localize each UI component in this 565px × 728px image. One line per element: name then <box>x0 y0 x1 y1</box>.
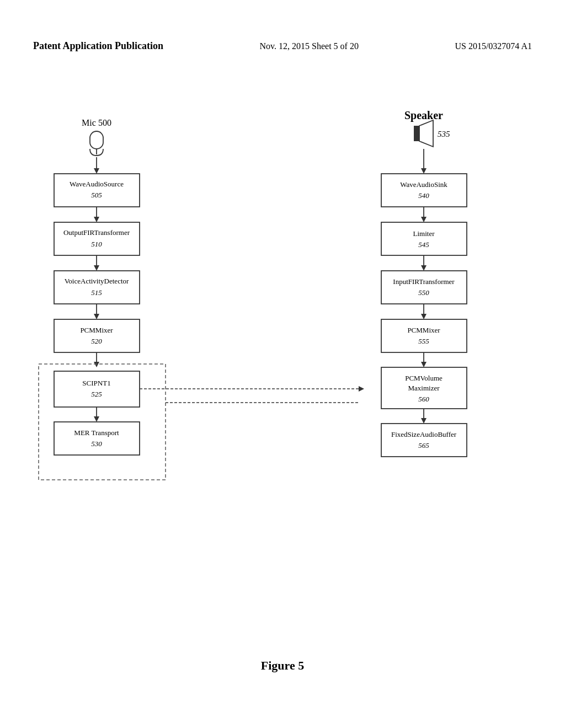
svg-marker-39 <box>419 120 433 147</box>
svg-text:VoiceActivityDetector: VoiceActivityDetector <box>65 277 129 285</box>
svg-text:520: 520 <box>91 337 102 345</box>
svg-text:565: 565 <box>418 441 429 449</box>
svg-text:MER Transport: MER Transport <box>74 429 119 437</box>
svg-rect-25 <box>39 364 166 480</box>
svg-marker-30 <box>94 416 99 422</box>
publication-date-sheet: Nov. 12, 2015 Sheet 5 of 20 <box>260 41 359 51</box>
svg-text:540: 540 <box>418 191 429 200</box>
svg-text:505: 505 <box>91 191 102 199</box>
svg-marker-57 <box>421 314 427 319</box>
svg-rect-5 <box>54 174 140 207</box>
svg-rect-38 <box>414 126 419 141</box>
svg-rect-26 <box>54 371 140 407</box>
svg-marker-4 <box>94 168 99 174</box>
svg-text:560: 560 <box>418 395 429 403</box>
svg-marker-9 <box>94 217 99 222</box>
svg-rect-31 <box>54 422 140 455</box>
svg-marker-47 <box>421 217 427 222</box>
svg-text:InputFIRTransformer: InputFIRTransformer <box>393 277 455 286</box>
svg-text:WaveAudioSource: WaveAudioSource <box>70 180 124 188</box>
svg-text:WaveAudioSink: WaveAudioSink <box>400 180 447 189</box>
svg-rect-15 <box>54 271 140 304</box>
svg-text:510: 510 <box>91 240 102 248</box>
svg-marker-68 <box>421 418 427 424</box>
publication-type: Patent Application Publication <box>33 40 163 52</box>
svg-marker-52 <box>421 265 427 271</box>
svg-marker-19 <box>94 314 99 319</box>
svg-rect-53 <box>381 271 467 304</box>
svg-rect-63 <box>381 367 467 409</box>
svg-rect-48 <box>381 222 467 255</box>
svg-marker-36 <box>359 386 364 392</box>
svg-text:FixedSizeAudioBuffer: FixedSizeAudioBuffer <box>391 430 457 438</box>
svg-marker-62 <box>421 362 427 367</box>
svg-rect-20 <box>54 319 140 352</box>
svg-marker-42 <box>421 168 427 174</box>
svg-rect-69 <box>381 424 467 457</box>
svg-text:555: 555 <box>418 337 429 345</box>
svg-text:OutputFIRTransformer: OutputFIRTransformer <box>63 228 130 237</box>
svg-text:PCMMixer: PCMMixer <box>407 326 440 334</box>
svg-text:515: 515 <box>91 288 102 297</box>
svg-text:Mic 500: Mic 500 <box>82 118 111 127</box>
svg-text:SCIPNT1: SCIPNT1 <box>82 379 110 387</box>
svg-rect-10 <box>54 222 140 255</box>
svg-text:545: 545 <box>418 240 429 249</box>
svg-text:525: 525 <box>91 390 102 398</box>
svg-marker-24 <box>94 362 99 367</box>
svg-text:Maximizer: Maximizer <box>408 384 440 392</box>
svg-text:535: 535 <box>438 130 450 138</box>
svg-text:550: 550 <box>418 288 429 297</box>
svg-text:Speaker: Speaker <box>404 109 443 122</box>
svg-text:PCMVolume: PCMVolume <box>405 374 443 382</box>
svg-text:PCMMixer: PCMMixer <box>80 326 113 334</box>
diagram-svg: Mic 500 WaveAudioSource 505 OutputFIRTra… <box>0 0 565 728</box>
svg-text:530: 530 <box>91 440 102 448</box>
figure-caption-text: Figure 5 <box>261 659 304 672</box>
page-header: Patent Application Publication Nov. 12, … <box>0 40 565 52</box>
publication-number: US 2015/0327074 A1 <box>455 41 532 51</box>
figure-caption: Figure 5 <box>0 659 565 673</box>
svg-text:Limiter: Limiter <box>413 229 435 238</box>
svg-rect-1 <box>90 131 103 149</box>
svg-rect-43 <box>381 174 467 207</box>
svg-rect-58 <box>381 319 467 352</box>
svg-marker-14 <box>94 265 99 271</box>
